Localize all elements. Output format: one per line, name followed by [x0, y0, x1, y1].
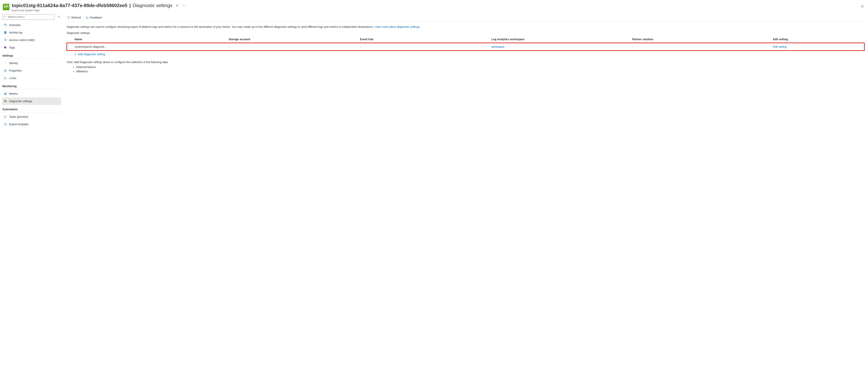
nav-item-label: Locks: [9, 76, 17, 80]
nav-item-overview[interactable]: Overview: [2, 21, 61, 29]
add-label: Add diagnostic setting: [78, 53, 105, 56]
svg-point-2: [185, 5, 185, 6]
col-edit: Edit setting: [771, 36, 864, 43]
export-template-icon: [4, 123, 7, 126]
toolbar: Refresh Feedback: [67, 13, 864, 22]
access-control-icon: [4, 38, 7, 42]
helper-text: Click 'Add Diagnostic setting' above to …: [67, 61, 864, 74]
nav-item-locks[interactable]: Locks: [2, 74, 61, 82]
page-title-resource: topic01stg-811a624a-8a77-437e-89de-dfeb5…: [12, 3, 127, 8]
nav-item-export-template[interactable]: Export template: [2, 121, 61, 128]
refresh-icon: [67, 16, 70, 19]
svg-point-1: [184, 5, 184, 6]
svg-rect-31: [4, 123, 6, 125]
nav-item-tags[interactable]: Tags: [2, 44, 61, 51]
properties-icon: [4, 69, 7, 72]
tasks-icon: [4, 115, 7, 118]
tags-icon: [4, 46, 7, 49]
nav: Overview Activity log Access control (IA…: [2, 21, 61, 128]
svg-point-20: [4, 70, 5, 70]
table-row: systemtopic01-diagnosti... - - workspace…: [67, 43, 864, 51]
nav-item-label: Activity log: [9, 31, 22, 34]
collapse-sidebar-button[interactable]: [56, 14, 61, 20]
overview-icon: [4, 24, 7, 27]
nav-item-label: Metrics: [9, 92, 18, 95]
edit-setting-link[interactable]: Edit setting: [773, 45, 786, 48]
activity-log-icon: [4, 31, 7, 34]
page-subtitle: Event Grid System Topic: [12, 9, 857, 12]
nav-item-label: Overview: [9, 24, 21, 27]
svg-rect-23: [4, 78, 6, 79]
cell-name: systemtopic01-diagnosti...: [67, 43, 226, 51]
add-icon: +: [74, 53, 76, 56]
nav-item-label: Export template: [9, 123, 28, 126]
svg-rect-25: [5, 93, 5, 95]
nav-item-label: Diagnostic settings: [9, 100, 32, 103]
nav-section-automation: Automation: [2, 105, 61, 112]
svg-point-32: [86, 17, 87, 18]
svg-point-29: [4, 117, 5, 118]
col-law: Log Analytics workspace: [489, 36, 630, 43]
add-diagnostic-setting-button[interactable]: + Add diagnostic setting: [67, 51, 864, 58]
nav-section-settings: Settings: [2, 51, 61, 59]
identity-icon: [4, 62, 7, 65]
table-header-row: Name Storage account Event hub Log Analy…: [67, 36, 864, 43]
cell-storage: -: [226, 43, 358, 51]
col-partner: Partner solution: [630, 36, 771, 43]
content: Refresh Feedback Diagnostic settings are…: [61, 13, 866, 384]
svg-point-13: [4, 39, 5, 40]
pin-button[interactable]: [175, 3, 180, 8]
cell-partner: -: [630, 43, 771, 51]
col-name: Name: [67, 36, 226, 43]
page-title-blade: Diagnostic settings: [132, 3, 172, 8]
nav-item-diagnostic-settings[interactable]: Diagnostic settings: [2, 97, 61, 105]
feedback-label: Feedback: [90, 16, 102, 19]
description: Diagnostic settings are used to configur…: [67, 25, 864, 29]
learn-more-link[interactable]: Learn more about diagnostic settings: [374, 25, 420, 28]
svg-rect-11: [5, 32, 6, 33]
diagnostic-settings-table: Name Storage account Event hub Log Analy…: [67, 36, 864, 51]
diagnostic-settings-icon: [4, 100, 7, 103]
nav-section-monitoring: Monitoring: [2, 82, 61, 89]
cell-eventhub: -: [358, 43, 489, 51]
nav-item-label: Tags: [9, 46, 15, 49]
search-input[interactable]: [2, 14, 55, 20]
locks-icon: [4, 76, 7, 80]
nav-item-metrics[interactable]: Metrics: [2, 90, 61, 97]
helper-intro: Click 'Add Diagnostic setting' above to …: [67, 61, 864, 64]
svg-point-28: [4, 116, 5, 116]
svg-point-14: [6, 39, 6, 40]
svg-point-21: [5, 70, 6, 71]
nav-item-access-control[interactable]: Access control (IAM): [2, 36, 61, 44]
svg-point-0: [183, 5, 183, 6]
page-title-separator: |: [129, 3, 131, 8]
resource-type-icon: [3, 4, 9, 10]
workspace-link[interactable]: workspace: [491, 45, 505, 48]
nav-item-activity-log[interactable]: Activity log: [2, 29, 61, 36]
sidebar: Overview Activity log Access control (IA…: [2, 13, 61, 384]
svg-point-16: [5, 63, 6, 63]
refresh-button[interactable]: Refresh: [67, 15, 82, 20]
svg-point-22: [5, 71, 5, 72]
close-button[interactable]: [860, 4, 865, 9]
svg-point-15: [4, 47, 5, 47]
blade-header: topic01stg-811a624a-8a77-437e-89de-dfeb5…: [2, 2, 866, 13]
svg-rect-10: [5, 32, 6, 32]
description-text: Diagnostic settings are used to configur…: [67, 25, 374, 28]
helper-list-item: AllMetrics: [76, 69, 864, 73]
metrics-icon: [4, 92, 7, 95]
nav-item-label: Access control (IAM): [9, 38, 34, 42]
col-storage: Storage account: [226, 36, 358, 43]
nav-item-label: Properties: [9, 69, 22, 72]
nav-item-identity[interactable]: Identity: [2, 59, 61, 67]
nav-item-properties[interactable]: Properties: [2, 67, 61, 74]
nav-item-tasks[interactable]: Tasks (preview): [2, 113, 61, 121]
diagnostic-settings-label: Diagnostic settings: [67, 31, 864, 34]
nav-item-label: Tasks (preview): [9, 115, 28, 118]
svg-rect-26: [6, 93, 6, 95]
feedback-button[interactable]: Feedback: [85, 15, 102, 20]
more-button[interactable]: [182, 3, 187, 8]
svg-rect-7: [4, 24, 6, 26]
helper-list-item: DeliveryFailures: [76, 65, 864, 69]
feedback-icon: [86, 16, 89, 19]
